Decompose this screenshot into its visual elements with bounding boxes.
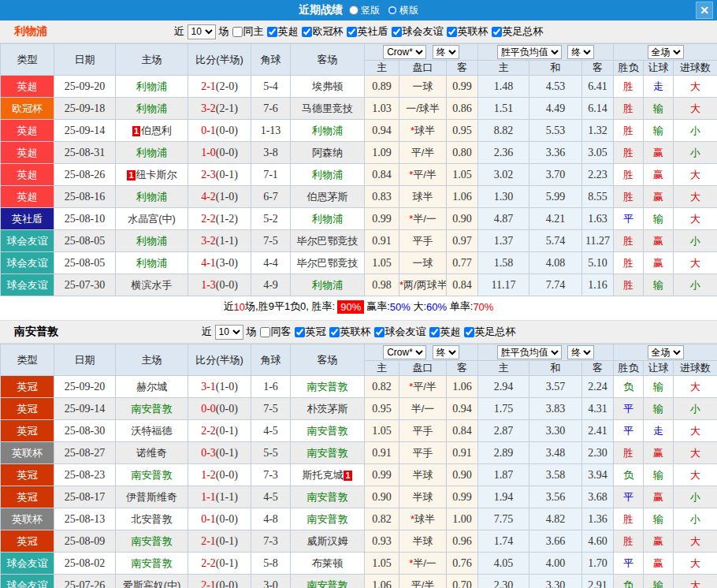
avg-home: 11.17 [478, 274, 529, 296]
away-team-name: 南安普敦 [307, 447, 348, 459]
league-filter[interactable]: 球会友谊 [392, 24, 444, 39]
avg-home: 8.82 [478, 120, 529, 142]
halftime-score: (0-0) [216, 147, 238, 158]
avg-away: 2.41 [582, 420, 614, 442]
home-team: 赫尔城 [116, 376, 188, 398]
same-venue-checkbox[interactable] [260, 327, 270, 337]
odds-source-select[interactable]: Crow* [383, 345, 426, 359]
league-filter-checkbox[interactable] [295, 327, 305, 337]
league-filter-checkbox[interactable] [447, 27, 457, 37]
avg-home: 1.30 [478, 186, 529, 208]
league-filter-checkbox[interactable] [429, 327, 440, 337]
league-badge: 英冠 [1, 486, 54, 508]
odds-final-select[interactable]: 终 [433, 45, 459, 59]
league-filter-checkbox[interactable] [267, 27, 277, 37]
summary-row: 近10场,胜9平1负0, 胜率:90%赢率:50% 大:60% 单率:70% [0, 296, 717, 317]
col-header-result: 胜负 [614, 61, 644, 76]
home-team-name: 南安普敦 [132, 535, 173, 547]
odds-final-select[interactable]: 终 [433, 345, 459, 359]
vertical-radio[interactable] [349, 6, 358, 15]
odds-handicap: 一球 [399, 76, 447, 98]
odds-handicap: 平/半 [399, 575, 447, 588]
league-filter[interactable]: 英足总杯 [492, 24, 544, 39]
league-badge: 球会友谊 [1, 575, 54, 588]
avg-final-select[interactable]: 终 [567, 45, 594, 59]
handicap-result-cell: 走 [644, 76, 674, 98]
handicap-result-cell: 走 [644, 420, 674, 442]
layout-horizontal-option[interactable]: 横版 [388, 4, 418, 17]
away-team: 朴茨茅斯 [291, 398, 365, 420]
league-filter-checkbox[interactable] [329, 327, 340, 337]
same-venue-filter[interactable]: 同主 [232, 24, 264, 39]
league-filter-checkbox[interactable] [492, 27, 502, 37]
match-row: 英冠25-08-09南安普敦2-1(0-1)7-3威斯汉姆0.93半球0.961… [1, 530, 717, 553]
away-team: 马德里竞技 [291, 98, 365, 120]
match-score: 1-2(0-0) [188, 464, 251, 486]
halftime-score: (2-1) [216, 102, 238, 114]
fulltime-score: 0-1 [201, 513, 216, 525]
handicap-result-cell: 输 [644, 575, 674, 588]
league-filter-checkbox[interactable] [347, 27, 357, 37]
league-filter[interactable]: 英超 [429, 325, 461, 339]
league-filter[interactable]: 英超 [267, 24, 299, 39]
avg-source-select[interactable]: 胜平负均值 [497, 345, 562, 359]
league-filter[interactable]: 英足总杯 [464, 325, 516, 339]
league-filter[interactable]: 英联杯 [447, 24, 489, 39]
col-header-date: 日期 [54, 44, 116, 76]
goals-result-cell: 小 [674, 508, 717, 530]
league-filter[interactable]: 英冠 [295, 325, 326, 339]
home-team-name: 伊普斯维奇 [126, 491, 177, 503]
league-filter[interactable]: 英社盾 [347, 24, 388, 39]
league-filter[interactable]: 英联杯 [329, 325, 371, 339]
recent-count-select[interactable]: 10 [188, 24, 216, 39]
league-filter[interactable]: 欧冠杯 [302, 24, 344, 39]
match-date: 25-09-14 [54, 120, 116, 142]
league-filter-label: 英冠 [306, 325, 326, 339]
home-team-name: 利物浦 [136, 235, 167, 247]
corner-score: 5-8 [251, 553, 291, 575]
same-venue-checkbox[interactable] [232, 27, 243, 37]
away-team-name: 南安普敦 [307, 579, 348, 588]
goals-result-cell: 大 [674, 464, 717, 486]
league-filter[interactable]: 球会友谊 [374, 325, 426, 339]
match-row: 英超25-08-261纽卡斯尔2-3(0-1)7-1利物浦0.84*平/半1.0… [1, 164, 717, 186]
result-cell: 平 [614, 420, 644, 442]
match-date: 25-08-26 [54, 164, 116, 186]
match-score: 3-2(2-1) [188, 98, 251, 120]
goals-result-cell: 大 [674, 553, 717, 575]
league-filter-checkbox[interactable] [392, 27, 402, 37]
odds-source-select[interactable]: Crow* [383, 45, 426, 59]
odds-group-header: Crow* 终 [365, 344, 478, 361]
odds-home: 1.05 [365, 252, 399, 274]
avg-final-select[interactable]: 终 [567, 345, 594, 359]
horizontal-radio[interactable] [388, 6, 397, 15]
league-badge: 英联杯 [1, 442, 54, 464]
avg-source-select[interactable]: 胜平负均值 [497, 45, 562, 59]
full-match-select[interactable]: 全场 [648, 345, 684, 359]
close-button[interactable]: ✕ [696, 2, 713, 19]
col-header-avg-draw: 和 [529, 61, 582, 76]
goals-result-cell: 大 [674, 186, 717, 208]
layout-vertical-option[interactable]: 竖版 [349, 4, 380, 17]
home-team: 利物浦 [116, 230, 188, 252]
result-cell: 胜 [614, 274, 644, 296]
goals-result-cell: 大 [674, 98, 717, 120]
league-filter-checkbox[interactable] [302, 27, 312, 37]
same-venue-filter[interactable]: 同客 [260, 325, 292, 339]
avg-away: 1.70 [582, 553, 614, 575]
summary-part: 近 [224, 300, 234, 314]
match-row: 英超25-08-31利物浦1-0(0-0)3-8阿森纳1.09平/半0.802.… [1, 142, 717, 164]
league-filter-label: 英联杯 [340, 325, 371, 339]
league-filter-checkbox[interactable] [374, 327, 385, 337]
odds-home: 0.91 [365, 442, 399, 464]
away-team-name: 威斯汉姆 [307, 535, 348, 547]
recent-count-select[interactable]: 10 [215, 325, 243, 340]
odds-handicap: 半球 [399, 464, 447, 486]
corner-score: 3-0 [251, 575, 291, 588]
league-filter-checkbox[interactable] [464, 327, 474, 337]
fulltime-score: 2-2 [201, 557, 216, 569]
summary-part: 60% [426, 301, 447, 313]
full-match-select[interactable]: 全场 [648, 45, 684, 59]
avg-home: 2.30 [478, 575, 529, 588]
col-header-type: 类型 [1, 44, 54, 76]
